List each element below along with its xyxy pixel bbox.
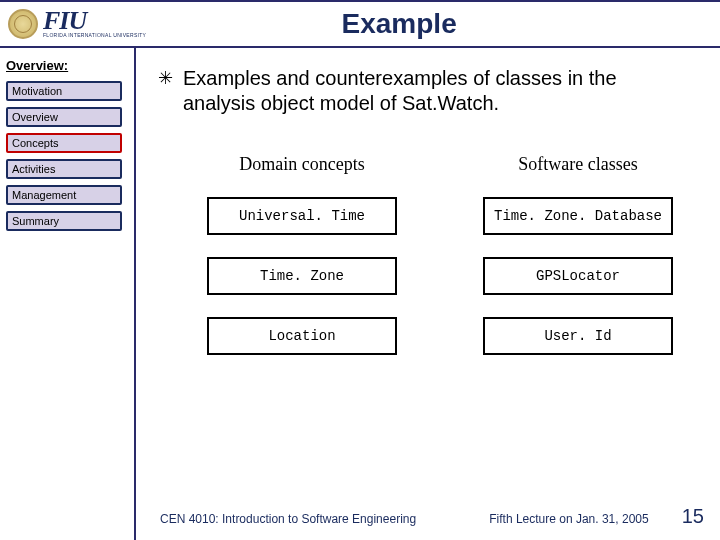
sidebar-item-motivation[interactable]: Motivation (6, 81, 122, 101)
logo-subtitle: FLORIDA INTERNATIONAL UNIVERSITY (43, 32, 146, 38)
class-box: Time. Zone (207, 257, 397, 295)
bullet-text: Examples and counterexamples of classes … (183, 66, 692, 116)
logo-text: FIU FLORIDA INTERNATIONAL UNIVERSITY (43, 10, 146, 38)
class-box: Time. Zone. Database (483, 197, 673, 235)
university-seal-icon (8, 9, 38, 39)
bullet-row: ✳ Examples and counterexamples of classe… (158, 66, 692, 116)
sidebar: Overview: Motivation Overview Concepts A… (0, 48, 136, 540)
class-box: User. Id (483, 317, 673, 355)
sidebar-item-concepts[interactable]: Concepts (6, 133, 122, 153)
column-heading: Software classes (518, 154, 637, 175)
footer: CEN 4010: Introduction to Software Engin… (136, 505, 720, 528)
logo-acronym: FIU (43, 10, 146, 32)
slide-header: FIU FLORIDA INTERNATIONAL UNIVERSITY Exa… (0, 0, 720, 48)
bullet-icon: ✳ (158, 68, 173, 116)
class-box: Universal. Time (207, 197, 397, 235)
sidebar-item-summary[interactable]: Summary (6, 211, 122, 231)
footer-course: CEN 4010: Introduction to Software Engin… (160, 512, 416, 526)
footer-lecture: Fifth Lecture on Jan. 31, 2005 (416, 512, 682, 526)
sidebar-item-activities[interactable]: Activities (6, 159, 122, 179)
page-title: Example (146, 8, 652, 40)
content: ✳ Examples and counterexamples of classe… (136, 48, 720, 540)
sidebar-heading: Overview: (6, 58, 128, 73)
sidebar-item-overview[interactable]: Overview (6, 107, 122, 127)
body: Overview: Motivation Overview Concepts A… (0, 48, 720, 540)
logo: FIU FLORIDA INTERNATIONAL UNIVERSITY (8, 9, 146, 39)
class-box: Location (207, 317, 397, 355)
column-domain-concepts: Domain concepts Universal. Time Time. Zo… (188, 154, 416, 377)
column-software-classes: Software classes Time. Zone. Database GP… (464, 154, 692, 377)
class-box: GPSLocator (483, 257, 673, 295)
sidebar-item-management[interactable]: Management (6, 185, 122, 205)
columns: Domain concepts Universal. Time Time. Zo… (158, 154, 692, 377)
column-heading: Domain concepts (239, 154, 364, 175)
footer-page-number: 15 (682, 505, 704, 528)
